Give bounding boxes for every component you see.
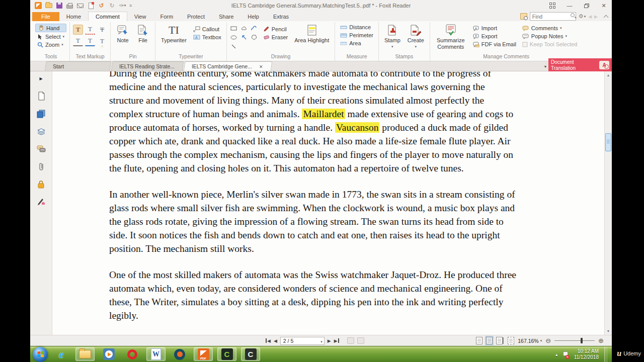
tab-share[interactable]: Share — [212, 12, 240, 21]
action-center-flag-icon[interactable] — [562, 351, 569, 358]
doc-tab-cambridge[interactable]: IELTS Cambridge Gene...✕ — [184, 61, 272, 71]
textbox-button[interactable]: A Textbox — [191, 34, 223, 41]
arrow-shape-icon[interactable] — [240, 33, 248, 41]
polygon-shape-icon[interactable] — [250, 33, 258, 41]
customize-quick-access-icon[interactable]: ≡ — [129, 3, 132, 8]
pdf-page[interactable]: During the eighteenth century, some watc… — [52, 71, 604, 335]
expand-panel-icon[interactable]: ▶ — [36, 73, 46, 83]
area-highlight-button[interactable]: Area Highlight — [292, 24, 332, 44]
tab-view[interactable]: View — [127, 12, 153, 21]
eraser-button[interactable]: Eraser — [261, 34, 290, 41]
tray-expand-icon[interactable]: ▲ — [555, 353, 558, 356]
underline-icon[interactable]: T — [73, 36, 83, 46]
oval-shape-icon[interactable] — [230, 33, 238, 41]
save-icon[interactable] — [55, 2, 63, 10]
tab-file[interactable]: File — [32, 12, 59, 21]
print-icon[interactable] — [66, 2, 73, 10]
camtasia-recorder-icon[interactable]: C — [241, 347, 260, 361]
perimeter-button[interactable]: Perimeter — [338, 32, 375, 39]
find-options-gear-icon[interactable]: ⚙▾ — [579, 13, 586, 20]
tab-comment[interactable]: Comment — [88, 12, 127, 21]
hand-tool-button[interactable]: Hand — [35, 24, 66, 32]
zoom-tool-button[interactable]: Zoom▾ — [35, 41, 66, 48]
tab-protect[interactable]: Protect — [180, 12, 212, 21]
find-previous-icon[interactable]: ◀ — [588, 14, 592, 19]
single-page-view-icon[interactable] — [476, 337, 482, 344]
stamp-button[interactable]: Stamp▾ — [382, 24, 403, 49]
comments-panel-button[interactable]: Comments▾ — [520, 25, 580, 32]
round-app-icon[interactable] — [170, 347, 189, 361]
scrollbar-thumb[interactable] — [605, 133, 611, 151]
replace-text-icon[interactable]: T — [85, 36, 95, 46]
doc-tab-start[interactable]: Start — [45, 61, 112, 71]
tab-help[interactable]: Help — [240, 12, 266, 21]
next-page-button[interactable]: ▶ — [328, 338, 331, 343]
create-stamp-button[interactable]: Create▾ — [405, 24, 427, 49]
redo-icon[interactable]: ↻ — [108, 2, 116, 10]
attachments-icon[interactable] — [36, 161, 46, 171]
close-tab-icon[interactable]: ✕ — [259, 64, 263, 69]
internet-explorer-icon[interactable]: e — [52, 347, 71, 361]
close-button[interactable]: ✕ — [599, 2, 609, 9]
zoom-out-icon[interactable]: ⊖ — [545, 337, 551, 344]
note-button[interactable]: Note — [114, 24, 132, 44]
continuous-view-icon[interactable] — [486, 337, 493, 344]
tab-home[interactable]: Home — [59, 12, 88, 21]
scroll-up-icon[interactable]: ▲ — [605, 71, 612, 79]
strikeout-icon[interactable]: T — [97, 25, 107, 35]
camtasia-icon[interactable]: C — [217, 347, 236, 361]
export-comments-button[interactable]: Export — [470, 33, 518, 40]
bookmarks-icon[interactable] — [36, 91, 46, 101]
area-button[interactable]: Area — [338, 40, 375, 47]
insert-text-icon[interactable]: T — [97, 36, 107, 46]
layout-grid-icon[interactable] — [547, 2, 557, 9]
cloud-shape-icon[interactable] — [240, 24, 248, 32]
rectangle-shape-icon[interactable] — [230, 24, 238, 32]
document-translation-button[interactable]: DocumentTranslation A — [548, 58, 612, 72]
scroll-down-icon[interactable]: ▼ — [605, 327, 612, 335]
snapshot-icon[interactable] — [347, 337, 354, 344]
import-comments-button[interactable]: Import — [470, 25, 518, 32]
hand-tool-icon[interactable]: ✑▾ — [119, 2, 126, 10]
page-thumbnails-icon[interactable] — [36, 109, 46, 119]
zoom-slider-knob[interactable] — [581, 338, 583, 343]
tab-extras[interactable]: Extras — [266, 12, 296, 21]
clipboard-icon[interactable] — [357, 337, 364, 344]
undo-icon[interactable]: ↺ — [98, 2, 105, 10]
search-document-icon[interactable] — [520, 13, 527, 20]
line-shape-icon[interactable] — [230, 42, 238, 50]
file-explorer-icon[interactable] — [75, 347, 95, 361]
foxit-logo-icon[interactable] — [34, 2, 42, 10]
callout-button[interactable]: Callout — [191, 26, 223, 33]
highlight-text-icon[interactable]: T — [73, 25, 83, 35]
collapse-ribbon-icon[interactable] — [604, 15, 609, 20]
freehand-shape-icon[interactable] — [250, 24, 258, 32]
tab-list-dropdown-icon[interactable]: ▾ — [544, 64, 546, 69]
continuous-facing-view-icon[interactable] — [508, 337, 514, 344]
layers-icon[interactable] — [36, 126, 46, 136]
email-icon[interactable] — [76, 2, 84, 10]
security-lock-icon[interactable] — [36, 179, 46, 189]
distance-button[interactable]: Distance — [338, 24, 375, 31]
fdf-via-email-button[interactable]: FDF via Email — [470, 41, 518, 48]
doc-tab-reading-strategies[interactable]: IELTS Reading Strate... — [111, 61, 184, 71]
zoom-slider[interactable] — [554, 340, 595, 341]
start-button[interactable] — [33, 347, 48, 362]
clock[interactable]: 10:12 AM11/12/2018 — [572, 348, 601, 361]
media-player-icon[interactable] — [99, 347, 118, 361]
opera-icon[interactable] — [123, 347, 142, 361]
zoom-dropdown-icon[interactable]: ▾ — [540, 339, 542, 343]
digital-signatures-icon[interactable] — [36, 197, 46, 207]
file-attachment-button[interactable]: File — [134, 24, 152, 44]
restore-button[interactable] — [582, 2, 592, 9]
open-file-icon[interactable] — [45, 2, 52, 10]
zoom-in-icon[interactable]: ⊕ — [598, 337, 604, 344]
foxit-pdf-icon[interactable]: PDF — [194, 347, 213, 361]
vertical-scrollbar[interactable]: ▲ ▼ — [604, 71, 612, 335]
previous-page-button[interactable]: ◀ — [274, 338, 277, 343]
facing-view-icon[interactable] — [496, 337, 503, 344]
last-page-button[interactable]: ▶ — [334, 338, 339, 343]
save-as-pdf-icon[interactable] — [87, 2, 95, 10]
pencil-button[interactable]: Pencil — [261, 25, 290, 33]
first-page-button[interactable]: ◀ — [266, 338, 271, 343]
